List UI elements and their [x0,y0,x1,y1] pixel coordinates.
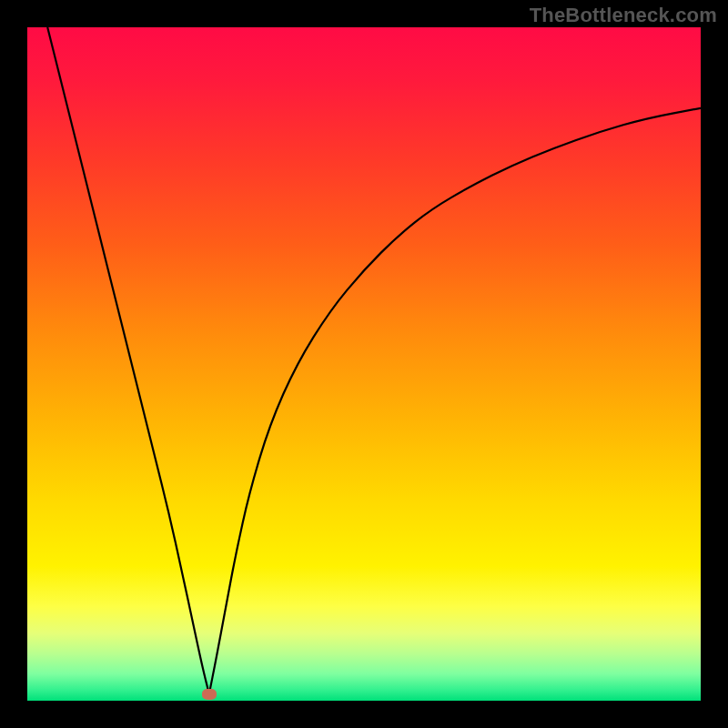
attribution-text: TheBottleneck.com [530,4,717,27]
optimum-marker [202,689,217,700]
plot-area [27,27,701,701]
plot-svg [27,27,701,701]
chart-container: TheBottleneck.com [0,0,728,728]
background-gradient [27,27,701,701]
